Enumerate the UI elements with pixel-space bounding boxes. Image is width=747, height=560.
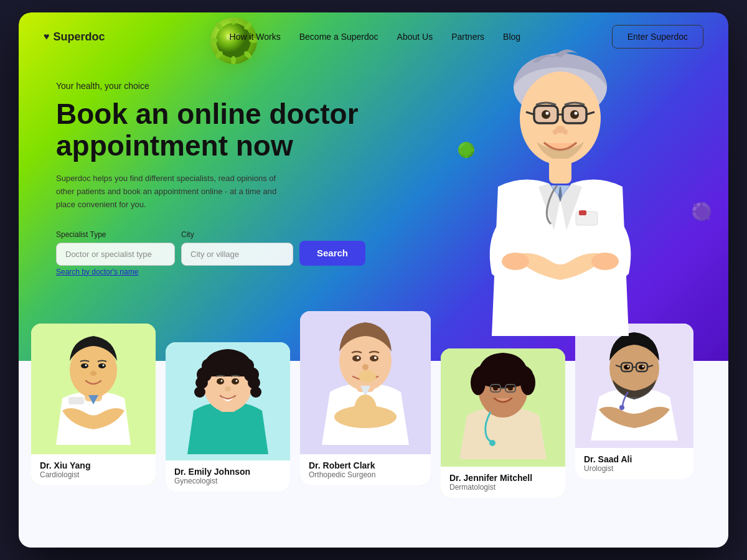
doctor-2-name: Dr. Emily Johnson — [174, 467, 281, 477]
svg-point-81 — [354, 394, 377, 424]
hero-tagline: Your health, your choice — [56, 81, 365, 91]
doctor-card-2[interactable]: Dr. Emily Johnson Gynecologist — [166, 342, 290, 492]
svg-point-77 — [357, 357, 359, 359]
city-select[interactable]: City or village New York Los Angeles Chi… — [181, 243, 293, 266]
svg-point-94 — [489, 440, 496, 446]
svg-point-70 — [236, 380, 238, 382]
svg-point-82 — [359, 370, 376, 383]
svg-point-33 — [570, 110, 579, 119]
enter-superdoc-button[interactable]: Enter Superdoc — [612, 25, 703, 49]
doctor-card-1[interactable]: Dr. Xiu Yang Cardiologist — [31, 324, 156, 485]
svg-point-40 — [502, 253, 529, 270]
doctor-4-image — [441, 348, 565, 459]
doctor-4-info: Dr. Jennifer Mitchell Dermatologist — [441, 467, 565, 498]
svg-point-71 — [225, 386, 231, 391]
svg-point-107 — [619, 405, 624, 410]
svg-point-78 — [374, 357, 377, 359]
svg-point-105 — [627, 366, 629, 368]
svg-rect-52 — [68, 397, 84, 404]
doctor-5-name: Dr. Saad Ali — [584, 454, 685, 464]
main-screen: ♥ Superdoc How it Works Become a Superdo… — [19, 12, 728, 548]
logo-heart-icon: ♥ — [44, 31, 50, 42]
doctor-card-3[interactable]: Dr. Robert Clark Orthopedic Surgeon — [300, 311, 431, 485]
specialist-select[interactable]: Doctor or specialist type Cardiologist G… — [56, 243, 175, 266]
doctor-3-name: Dr. Robert Clark — [309, 460, 422, 470]
search-form: Specialist Type Doctor or specialist typ… — [56, 230, 365, 266]
svg-rect-43 — [579, 210, 586, 215]
hero-section: ♥ Superdoc How it Works Become a Superdo… — [19, 12, 728, 361]
nav-about-us[interactable]: About Us — [397, 32, 433, 42]
svg-point-103 — [624, 365, 630, 370]
city-group: City City or village New York Los Angele… — [181, 230, 293, 266]
doctor-card-4[interactable]: Dr. Jennifer Mitchell Dermatologist — [441, 348, 565, 498]
svg-point-48 — [98, 363, 106, 368]
specialist-label: Specialist Type — [56, 230, 175, 239]
svg-point-50 — [103, 365, 105, 366]
doctor-1-image — [31, 324, 156, 445]
navbar: ♥ Superdoc How it Works Become a Superdo… — [19, 12, 728, 61]
doctors-section: Dr. Xiu Yang Cardiologist — [19, 361, 728, 548]
svg-point-104 — [639, 365, 645, 370]
search-by-name-link[interactable]: Search by doctor's name — [56, 268, 138, 276]
doctor-illustration — [442, 37, 679, 361]
svg-point-16 — [695, 205, 708, 218]
doctor-3-image — [300, 311, 431, 445]
doctor-character — [442, 37, 679, 361]
svg-point-37 — [553, 129, 558, 134]
svg-point-51 — [90, 371, 96, 376]
svg-point-41 — [591, 253, 619, 270]
doctor-3-info: Dr. Robert Clark Orthopedic Surgeon — [300, 454, 431, 485]
doctor-3-specialty: Orthopedic Surgeon — [309, 470, 422, 479]
brand-name: Superdoc — [54, 30, 105, 44]
svg-point-34 — [546, 112, 549, 115]
doctor-1-specialty: Cardiologist — [40, 470, 147, 479]
svg-point-67 — [217, 378, 224, 385]
doctor-5-info: Dr. Saad Ali Urologist — [575, 448, 693, 479]
svg-point-66 — [250, 386, 261, 398]
svg-point-106 — [642, 366, 644, 368]
svg-rect-39 — [549, 159, 571, 184]
svg-point-76 — [370, 355, 378, 362]
svg-point-69 — [221, 380, 223, 382]
nav-become-superdoc[interactable]: Become a Superdoc — [299, 32, 378, 42]
city-label: City — [181, 230, 293, 239]
svg-point-65 — [194, 386, 205, 398]
svg-point-75 — [352, 355, 361, 362]
svg-point-35 — [575, 112, 578, 115]
nav-blog[interactable]: Blog — [503, 32, 520, 42]
search-button[interactable]: Search — [299, 241, 365, 266]
virus-small-purple-icon — [692, 202, 711, 221]
doctor-2-info: Dr. Emily Johnson Gynecologist — [166, 460, 290, 492]
svg-point-92 — [493, 386, 498, 391]
hero-description: Superdoc helps you find different specia… — [56, 172, 293, 211]
svg-point-93 — [508, 386, 513, 391]
hero-content: Your health, your choice Book an online … — [56, 81, 365, 277]
svg-point-87 — [471, 370, 486, 395]
svg-point-32 — [542, 110, 550, 119]
doctor-5-specialty: Urologist — [584, 464, 685, 473]
doctor-2-specialty: Gynecologist — [174, 477, 281, 485]
svg-point-88 — [520, 370, 535, 395]
logo[interactable]: ♥ Superdoc — [44, 30, 105, 44]
svg-point-49 — [85, 365, 87, 366]
svg-point-47 — [81, 363, 88, 368]
nav-partners[interactable]: Partners — [451, 32, 484, 42]
svg-point-68 — [232, 378, 239, 385]
svg-point-38 — [563, 129, 568, 134]
nav-links: How it Works Become a Superdoc About Us … — [230, 31, 521, 42]
doctor-1-name: Dr. Xiu Yang — [40, 460, 147, 470]
doctor-4-specialty: Dermatologist — [449, 483, 557, 492]
doctor-1-info: Dr. Xiu Yang Cardiologist — [31, 454, 156, 485]
hero-title: Book an online doctor appointment now — [56, 98, 365, 161]
svg-point-79 — [362, 364, 369, 370]
doctor-2-image — [166, 342, 290, 454]
specialist-group: Specialist Type Doctor or specialist typ… — [56, 230, 175, 266]
doctor-4-name: Dr. Jennifer Mitchell — [449, 473, 557, 483]
nav-how-it-works[interactable]: How it Works — [230, 32, 281, 42]
